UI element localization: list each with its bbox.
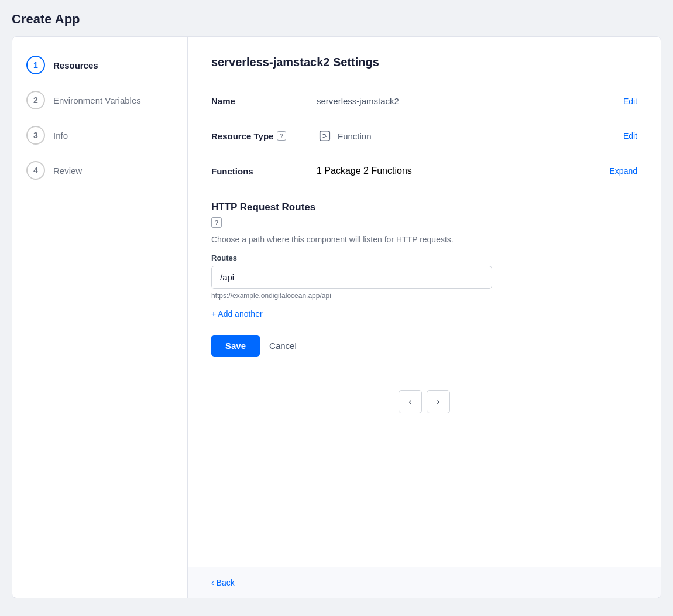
back-link[interactable]: ‹ Back bbox=[211, 578, 235, 587]
resource-type-value: Function bbox=[317, 128, 623, 144]
function-icon bbox=[317, 128, 333, 144]
sidebar-item-review[interactable]: 4 Review bbox=[26, 161, 173, 180]
step-label-4: Review bbox=[53, 166, 82, 176]
resource-type-label: Resource Type ? bbox=[211, 131, 317, 141]
routes-input[interactable] bbox=[211, 266, 492, 289]
settings-title: serverless-jamstack2 Settings bbox=[211, 56, 637, 69]
pagination-row: ‹ › bbox=[211, 390, 637, 413]
back-footer: ‹ Back bbox=[188, 567, 661, 598]
resource-type-help-icon[interactable]: ? bbox=[277, 131, 286, 141]
resource-type-row: Resource Type ? Function Edit bbox=[211, 117, 637, 155]
functions-label: Functions bbox=[211, 166, 317, 176]
resource-type-edit-link[interactable]: Edit bbox=[623, 131, 637, 141]
step-number-2: 2 bbox=[26, 91, 45, 109]
action-row: Save Cancel bbox=[211, 335, 637, 371]
next-page-button[interactable]: › bbox=[427, 390, 450, 413]
step-number-4: 4 bbox=[26, 161, 45, 180]
name-edit-link[interactable]: Edit bbox=[623, 97, 637, 106]
http-title: HTTP Request Routes bbox=[211, 201, 637, 213]
http-desc: Choose a path where this component will … bbox=[211, 235, 637, 244]
step-label-1: Resources bbox=[53, 60, 98, 70]
functions-row: Functions 1 Package 2 Functions Expand bbox=[211, 155, 637, 187]
sidebar-item-resources[interactable]: 1 Resources bbox=[26, 56, 173, 74]
name-value: serverless-jamstack2 bbox=[317, 96, 623, 106]
step-label-2: Environment Variables bbox=[53, 95, 141, 105]
step-label-3: Info bbox=[53, 131, 68, 141]
sidebar-item-info[interactable]: 3 Info bbox=[26, 126, 173, 145]
back-chevron-icon: ‹ bbox=[211, 578, 214, 587]
content-area: serverless-jamstack2 Settings Name serve… bbox=[188, 37, 661, 598]
main-card: 1 Resources 2 Environment Variables 3 In… bbox=[12, 36, 661, 598]
name-row: Name serverless-jamstack2 Edit bbox=[211, 85, 637, 117]
step-number-3: 3 bbox=[26, 126, 45, 145]
functions-expand-link[interactable]: Expand bbox=[610, 166, 637, 176]
svg-rect-0 bbox=[320, 131, 330, 141]
save-button[interactable]: Save bbox=[211, 335, 260, 357]
add-another-button[interactable]: + Add another bbox=[211, 309, 637, 319]
routes-label: Routes bbox=[211, 254, 637, 262]
sidebar-item-env[interactable]: 2 Environment Variables bbox=[26, 91, 173, 109]
step-number-1: 1 bbox=[26, 56, 45, 74]
content-main: serverless-jamstack2 Settings Name serve… bbox=[188, 37, 661, 567]
page-title: Create App bbox=[12, 12, 661, 27]
sidebar: 1 Resources 2 Environment Variables 3 In… bbox=[12, 37, 188, 598]
next-icon: › bbox=[437, 396, 439, 407]
cancel-button[interactable]: Cancel bbox=[269, 341, 297, 351]
http-section: HTTP Request Routes ? Choose a path wher… bbox=[211, 201, 637, 319]
prev-page-button[interactable]: ‹ bbox=[399, 390, 422, 413]
route-example: https://example.ondigitalocean.app/api bbox=[211, 292, 637, 300]
name-label: Name bbox=[211, 96, 317, 106]
functions-value: 1 Package 2 Functions bbox=[317, 166, 610, 176]
http-help-icon[interactable]: ? bbox=[211, 217, 222, 228]
prev-icon: ‹ bbox=[408, 396, 411, 407]
